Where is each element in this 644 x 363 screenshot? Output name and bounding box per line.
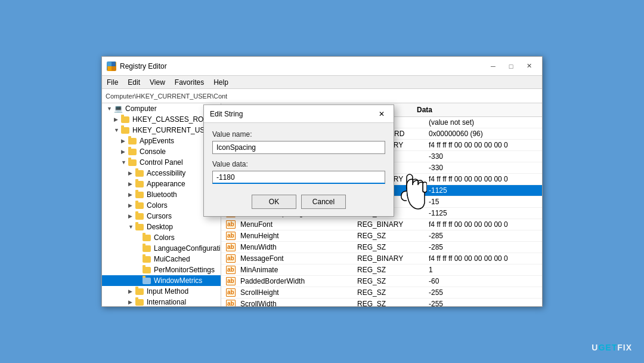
address-bar: Computer\HKEY_CURRENT_USER\Cont	[102, 89, 542, 103]
arrow-control-panel: ▼	[121, 159, 128, 165]
dialog-close-button[interactable]: ✕	[376, 109, 388, 119]
arrow-accessibility: ▶	[128, 170, 135, 176]
arrow-current-user: ▼	[114, 127, 121, 133]
address-text: Computer\HKEY_CURRENT_USER\Cont	[106, 93, 227, 100]
folder-desktop-colors-icon	[143, 233, 152, 242]
ok-button[interactable]: OK	[252, 195, 296, 209]
folder-input-method-icon	[135, 287, 145, 296]
computer-icon: 💻	[114, 104, 123, 113]
folder-windowmetrics-icon	[143, 276, 152, 285]
tree-item-muicached[interactable]: MuiCached	[102, 254, 221, 264]
minimize-button[interactable]: ─	[485, 60, 501, 72]
reg-type-minanimate: REG_SZ	[357, 266, 429, 274]
reg-row-paddedborder[interactable]: ab PaddedBorderWidth REG_SZ -60	[221, 276, 542, 287]
reg-row-scrollheight[interactable]: ab ScrollHeight REG_SZ -255	[221, 287, 542, 299]
reg-data-2: f4 ff ff ff 00 00 00 00 00 0	[429, 141, 537, 149]
dialog-title-text: Edit String	[210, 110, 243, 118]
reg-name-menuwidth: MenuWidth	[238, 243, 357, 251]
tree-label-console: Console	[140, 147, 166, 156]
title-bar-left: Registry Editor	[107, 61, 167, 71]
tree-item-desktop[interactable]: ▼ Desktop	[102, 222, 221, 232]
menu-help[interactable]: Help	[209, 76, 233, 88]
reg-data-1: 0x00000060 (96)	[429, 130, 537, 138]
folder-appevents-icon	[128, 137, 138, 145]
folder-classes-root-icon	[121, 115, 131, 124]
maximize-button[interactable]: □	[503, 60, 519, 72]
folder-appearance-icon	[135, 180, 145, 188]
reg-icon-menuwidth: ab	[226, 243, 236, 251]
window-title: Registry Editor	[120, 62, 167, 70]
menu-file[interactable]: File	[102, 76, 123, 88]
tree-label-input-method: Input Method	[147, 287, 188, 296]
reg-data-minanimate: 1	[429, 266, 537, 274]
menu-favorites[interactable]: Favorites	[170, 76, 209, 88]
reg-data-messagefont: f4 ff ff ff 00 00 00 00 00 0	[429, 254, 537, 263]
tree-item-international[interactable]: ▶ International	[102, 297, 221, 306]
dialog-body: Value name: Value data: OK Cancel	[204, 123, 394, 216]
reg-row-scrollwidth[interactable]: ab ScrollWidth REG_SZ -255	[221, 299, 542, 306]
tree-label-permonitor: PerMonitorSettings	[154, 266, 215, 274]
tree-label-computer: Computer	[125, 104, 157, 113]
registry-editor-icon	[107, 61, 116, 71]
reg-type-menuwidth: REG_SZ	[357, 243, 429, 251]
reg-type-scrollheight: REG_SZ	[357, 288, 429, 297]
tree-label-accessibility: Accessibility	[147, 169, 185, 177]
value-data-input[interactable]	[212, 171, 385, 184]
reg-icon-menuheight: ab	[226, 232, 236, 240]
reg-type-menufont: REG_BINARY	[357, 220, 429, 229]
tree-label-bluetooth: Bluetooth	[147, 190, 177, 199]
reg-row-menuwidth[interactable]: ab MenuWidth REG_SZ -285	[221, 242, 542, 253]
tree-label-desktop-colors: Colors	[154, 233, 175, 242]
folder-cursors-icon	[135, 212, 145, 220]
menu-bar: File Edit View Favorites Help	[102, 76, 542, 89]
reg-row-minanimate[interactable]: ab MinAnimate REG_SZ 1	[221, 264, 542, 276]
tree-label-desktop: Desktop	[147, 223, 173, 231]
reg-type-paddedborder: REG_SZ	[357, 277, 429, 285]
arrow-classes-root: ▶	[114, 116, 121, 122]
reg-type-menuheight: REG_SZ	[357, 232, 429, 240]
reg-name-minanimate: MinAnimate	[238, 266, 357, 274]
folder-console-icon	[128, 147, 138, 156]
folder-international-icon	[135, 298, 145, 306]
reg-name-scrollheight: ScrollHeight	[238, 288, 357, 297]
reg-data-menufont: f4 ff ff ff 00 00 00 00 00 0	[429, 220, 537, 229]
folder-lang-config-icon	[143, 244, 152, 253]
folder-current-user-icon	[121, 126, 131, 134]
value-name-label: Value name:	[212, 130, 385, 139]
value-data-label: Value data:	[212, 160, 385, 168]
value-name-input[interactable]	[212, 141, 385, 154]
cancel-button[interactable]: Cancel	[301, 195, 346, 209]
reg-data-5: f4 ff ff ff 00 00 00 00 00 0	[429, 175, 537, 183]
reg-row-messagefont[interactable]: ab MessageFont REG_BINARY f4 ff ff ff 00…	[221, 253, 542, 264]
tree-item-permonitor[interactable]: PerMonitorSettings	[102, 264, 221, 275]
tree-label-international: International	[147, 298, 186, 306]
reg-icon-menufont: ab	[226, 220, 236, 229]
tree-label-windowmetrics: WindowMetrics	[154, 276, 202, 285]
reg-type-scrollwidth: REG_SZ	[357, 300, 429, 306]
folder-control-panel-icon	[128, 158, 138, 167]
tree-label-colors: Colors	[147, 201, 168, 210]
tree-label-classes-root: HKEY_CLASSES_ROOT	[132, 115, 213, 124]
reg-row-menufont[interactable]: ab MenuFont REG_BINARY f4 ff ff ff 00 00…	[221, 219, 542, 230]
svg-rect-1	[112, 62, 116, 66]
dialog-title-bar: Edit String ✕	[204, 105, 394, 123]
reg-icon-scrollheight: ab	[226, 288, 236, 297]
menu-edit[interactable]: Edit	[123, 76, 145, 88]
reg-data-icontitlewrap: -15	[429, 198, 537, 206]
arrow-appevents: ▶	[121, 138, 128, 144]
reg-row-menuheight[interactable]: ab MenuHeight REG_SZ -285	[221, 230, 542, 242]
svg-rect-3	[112, 66, 116, 70]
folder-bluetooth-icon	[135, 190, 145, 199]
watermark: UGETFIX	[592, 343, 632, 352]
tree-item-lang-config[interactable]: LanguageConfiguration	[102, 243, 221, 254]
menu-view[interactable]: View	[145, 76, 170, 88]
reg-data-scrollwidth: -255	[429, 300, 537, 306]
folder-colors-icon	[135, 201, 145, 210]
tree-item-input-method[interactable]: ▶ Input Method	[102, 286, 221, 297]
tree-item-desktop-colors[interactable]: Colors	[102, 232, 221, 243]
tree-item-windowmetrics[interactable]: WindowMetrics	[102, 275, 221, 286]
tree-label-lang-config: LanguageConfiguration	[154, 244, 221, 253]
close-button[interactable]: ✕	[521, 60, 537, 72]
reg-name-messagefont: MessageFont	[238, 254, 357, 263]
reg-data-menuheight: -285	[429, 232, 537, 240]
